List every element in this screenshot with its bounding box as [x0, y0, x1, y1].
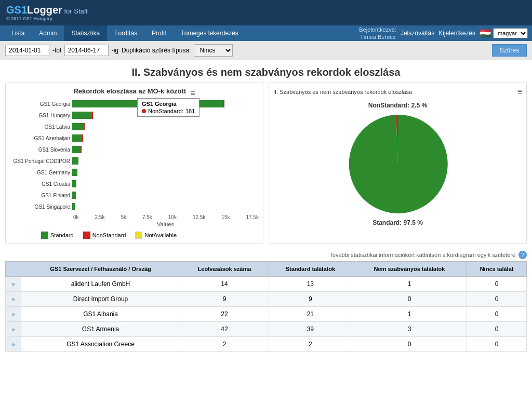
nav-admin[interactable]: Admin: [32, 25, 64, 41]
th-standard: Standard találatok: [269, 262, 352, 277]
header: GS1Logger for Staff © 2011 GS1 Hungary: [0, 0, 532, 25]
bar-standard: [72, 134, 82, 142]
expand-arrow[interactable]: »: [11, 281, 15, 287]
bar-standard: [72, 146, 81, 153]
cell-reads: 42: [180, 322, 269, 337]
dup-filter-select[interactable]: Nincs Aktív Összes: [194, 44, 233, 57]
bar-standard: [72, 180, 76, 187]
bar-standard: [72, 123, 84, 130]
table-row: » GS1 Albania 22 21 1 0: [6, 307, 527, 322]
date-to-input[interactable]: [64, 45, 109, 56]
expand-arrow[interactable]: »: [11, 311, 15, 317]
cell-standard: 2: [269, 337, 352, 352]
pie-chart-svg[interactable]: [346, 112, 450, 216]
nav-user-name: Tímea Berecz: [359, 33, 396, 40]
cell-nonstandard: 0: [352, 337, 467, 352]
tooltip-org: GS1 Georgia: [142, 101, 195, 107]
bar-chart-area: GS1 Georgia NonStandard: 181 GS1 Georgia: [10, 99, 259, 211]
tooltip-dot: [142, 109, 146, 113]
bar-row: GS1 Azerbaijan: [72, 133, 259, 143]
bar-row: GS1 Portugal CODIPOR: [72, 156, 259, 166]
page-title: II. Szabványos és nem szabványos rekordo…: [0, 60, 532, 83]
th-expand: [6, 262, 21, 277]
bar-chart-title: Rekordok eloszlása az MO-k között: [73, 87, 186, 95]
expand-arrow[interactable]: »: [11, 341, 15, 347]
legend-standard: Standard: [41, 232, 74, 239]
date-from-input[interactable]: [5, 45, 49, 56]
expand-cell: »: [6, 307, 21, 322]
bar-nonstandard: [92, 112, 93, 119]
th-nonstandard: Nem szabványos találatok: [352, 262, 467, 277]
cell-nonstandard: 1: [352, 307, 467, 322]
cell-nonstandard: 1: [352, 277, 467, 292]
pie-chart-container: II. Szabványos és nem szabványos rekordo…: [269, 83, 527, 243]
lang-select[interactable]: magyar: [493, 28, 528, 38]
bar-tooltip: GS1 Georgia NonStandard: 181: [137, 98, 200, 117]
bar-chart-container: Rekordok eloszlása az MO-k között ≡ GS1 …: [5, 83, 263, 243]
expand-arrow[interactable]: »: [11, 296, 15, 302]
data-table: GS1 Szervezet / Felhasználó / Ország Leo…: [5, 261, 527, 352]
date-to-suffix: -ig: [112, 47, 118, 54]
cell-org: GS1 Armenia: [21, 322, 180, 337]
legend-nonstandard-box: [83, 232, 90, 239]
bar-standard: [72, 112, 92, 119]
cell-notfound: 0: [467, 307, 527, 322]
x-axis: 0k 2.5k 5k 7.5k 10k 12.5k 15k 17.5k: [10, 214, 259, 220]
legend-notavailable: NotAvailable: [135, 232, 177, 239]
bar-standard: [72, 157, 78, 165]
nav-tomeges[interactable]: Tömeges lekérdezés: [173, 25, 245, 41]
bar-nonstandard: [223, 100, 224, 107]
cell-reads: 14: [180, 277, 269, 292]
nav-lista[interactable]: Lista: [4, 25, 32, 41]
tooltip-val: NonStandard: 181: [142, 108, 195, 114]
table-row: » GS1 Association Greece 2 2 0 0: [6, 337, 527, 352]
cell-nonstandard: 3: [352, 322, 467, 337]
tooltip-value: 181: [185, 108, 195, 114]
date-from-suffix: -tól: [52, 47, 61, 54]
cell-org: aiident Laufen GmbH: [21, 277, 180, 292]
bar-row: GS1 Finland: [72, 191, 259, 200]
nav-jelszoValtas[interactable]: Jelszóváltás: [401, 30, 434, 37]
logo-gs1: GS1: [6, 4, 27, 16]
szures-button[interactable]: Szűrés: [492, 44, 527, 57]
cell-standard: 21: [269, 307, 352, 322]
pie-chart-header: II. Szabványos és nem szabványos rekordo…: [273, 87, 522, 97]
nav-profil[interactable]: Profil: [144, 25, 173, 41]
cell-notfound: 0: [467, 322, 527, 337]
dup-filter-label: Duplikáció szűrés típusa:: [122, 47, 191, 54]
legend-notavailable-box: [135, 232, 142, 239]
legend-standard-box: [41, 232, 48, 239]
legend-nonstandard: NonStandard: [83, 232, 126, 239]
cell-standard: 9: [269, 292, 352, 307]
cell-standard: 39: [269, 322, 352, 337]
legend-notavailable-label: NotAvailable: [144, 232, 177, 238]
cell-org: GS1 Association Greece: [21, 337, 180, 352]
pie-chart-title: II. Szabványos és nem szabványos rekordo…: [273, 89, 517, 95]
nav-kijelentkezes[interactable]: Kijelentkezés: [438, 30, 475, 37]
pie-chart-menu-icon[interactable]: ≡: [517, 87, 522, 97]
table-row: » GS1 Armenia 42 39 3 0: [6, 322, 527, 337]
th-reads: Leolvasások száma: [180, 262, 269, 277]
expand-cell: »: [6, 337, 21, 352]
bar-standard: [72, 192, 76, 199]
tooltip-label: NonStandard:: [148, 108, 183, 114]
charts-area: Rekordok eloszlása az MO-k között ≡ GS1 …: [0, 83, 532, 249]
cell-notfound: 0: [467, 277, 527, 292]
cell-nonstandard: 0: [352, 292, 467, 307]
info-icon[interactable]: ?: [518, 251, 527, 259]
bar-chart-menu-icon[interactable]: ≡: [190, 89, 195, 98]
cell-notfound: 0: [467, 292, 527, 307]
cell-org: GS1 Albania: [21, 307, 180, 322]
chart-legend: Standard NonStandard NotAvailable: [10, 227, 259, 239]
table-info-text: További statisztikai információkért katt…: [329, 252, 515, 258]
expand-cell: »: [6, 277, 21, 292]
expand-arrow[interactable]: »: [11, 326, 15, 332]
logo-logger: Logger: [27, 4, 62, 16]
bar-standard: [72, 203, 75, 210]
legend-nonstandard-label: NonStandard: [92, 232, 126, 238]
cell-org: Direct Import Group: [21, 292, 180, 307]
pie-slice-standard[interactable]: [349, 115, 447, 213]
nav-forditas[interactable]: Fordítás: [107, 25, 144, 41]
nav-statisztika[interactable]: Statisztika: [64, 25, 107, 41]
bar-row: GS1 Latvia: [72, 122, 259, 131]
